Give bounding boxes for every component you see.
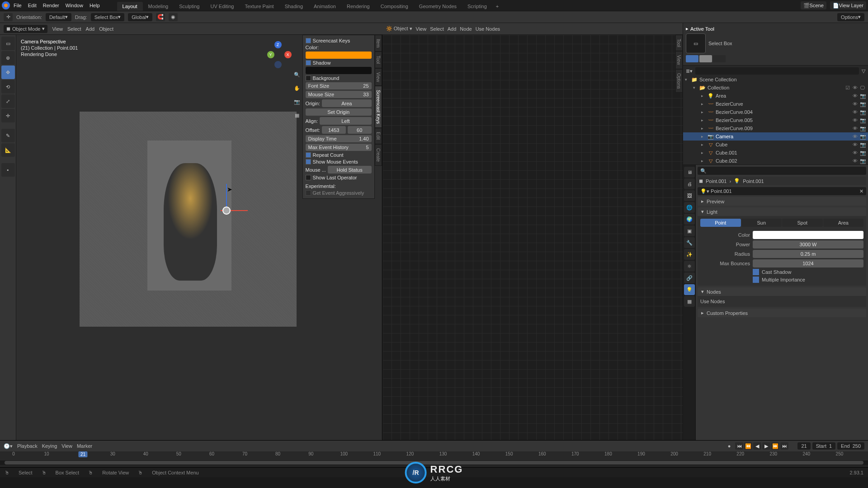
workspace-tab-uv[interactable]: UV Editing <box>205 2 239 11</box>
use-nodes-button[interactable]: Use Nodes <box>700 299 863 304</box>
hide-viewport-icon[interactable]: 👁 <box>853 126 859 131</box>
ptab-output[interactable]: 🖨 <box>684 178 695 189</box>
hide-viewport-icon[interactable]: 👁 <box>853 101 859 107</box>
sk-mouse-size-field[interactable]: Mouse Size33 <box>306 91 372 98</box>
tool-scale[interactable]: ⤢ <box>1 94 15 108</box>
tool-cursor[interactable]: ⊕ <box>1 51 15 65</box>
outliner-item-beziercurve-009[interactable]: ▸〰BezierCurve.009👁📷 <box>683 124 868 132</box>
viewlayer-field[interactable]: 📄 View Layer <box>830 1 866 9</box>
menu-help[interactable]: Help <box>90 3 100 8</box>
light-type-area[interactable]: Area <box>823 219 864 227</box>
disable-render-icon[interactable]: 📷 <box>860 134 866 140</box>
drag-dropdown[interactable]: Select Box ▾ <box>91 13 125 21</box>
workspace-tab-modeling[interactable]: Modeling <box>143 2 174 11</box>
sk-shadow-checkbox[interactable] <box>306 60 311 66</box>
mode-dropdown[interactable]: ◼ Object Mode ▾ <box>4 25 47 33</box>
gizmo-origin[interactable] <box>222 206 231 215</box>
multi-importance-checkbox[interactable] <box>753 277 759 283</box>
collection-hide-icon[interactable]: 👁 <box>853 85 859 91</box>
workspace-tab-layout[interactable]: Layout <box>117 2 143 11</box>
sk-max-event-field[interactable]: Max Event History5 <box>306 144 372 151</box>
node-type-dropdown[interactable]: 🔆 Object ▾ <box>386 26 412 32</box>
outliner-item-cube-002[interactable]: ▸▽Cube.002👁📷 <box>683 157 868 165</box>
jump-end-button[interactable]: ⏭ <box>780 442 788 450</box>
jump-next-key-button[interactable]: ⏩ <box>771 442 779 450</box>
timeline-scrollbar[interactable] <box>0 460 868 465</box>
navigation-gizmo[interactable]: X Y Z <box>264 41 292 68</box>
collection-exclude-icon[interactable]: ☑ <box>845 85 852 91</box>
npanel-tab-view[interactable]: View <box>375 68 382 86</box>
tool-annotate[interactable]: ✎ <box>1 129 15 142</box>
options-dropdown[interactable]: Options ▾ <box>837 13 864 21</box>
workspace-tab-scripting[interactable]: Scripting <box>462 2 492 11</box>
breadcrumb-data[interactable]: Point.001 <box>743 178 764 184</box>
light-color-field[interactable] <box>753 231 863 239</box>
ptab-texture[interactable]: ▦ <box>684 296 695 307</box>
data-id-dropdown[interactable]: 💡▾ Point.001✕ <box>698 187 866 195</box>
node-menu-node[interactable]: Node <box>460 26 472 32</box>
3d-viewport[interactable]: ▭ ⊕ ✥ ⟲ ⤢ ✛ ✎ 📐 ▪ Camera Perspective (21… <box>0 35 382 440</box>
jump-start-button[interactable]: ⏮ <box>735 442 743 450</box>
disable-render-icon[interactable]: 📷 <box>860 93 866 99</box>
nav-z-axis[interactable]: Z <box>274 41 282 48</box>
ptab-modifier[interactable]: 🔧 <box>684 237 695 248</box>
play-reverse-button[interactable]: ◀ <box>753 442 761 450</box>
ptab-viewlayer[interactable]: 🖼 <box>684 190 695 201</box>
workspace-tab-shading[interactable]: Shading <box>279 2 308 11</box>
outliner-item-area[interactable]: ▸💡Area👁📷 <box>683 92 868 100</box>
hide-viewport-icon[interactable]: 👁 <box>853 134 859 140</box>
timeline-playhead[interactable]: 21 <box>79 451 87 457</box>
workspace-tab-texturepaint[interactable]: Texture Paint <box>239 2 279 11</box>
collection-disable-icon[interactable]: 🖵 <box>860 85 866 91</box>
outliner-item-camera[interactable]: ▸📷Camera👁📷 <box>683 132 868 141</box>
disable-render-icon[interactable]: 📷 <box>860 150 866 156</box>
hide-viewport-icon[interactable]: 👁 <box>853 117 859 123</box>
disable-render-icon[interactable]: 📷 <box>860 109 866 115</box>
hide-viewport-icon[interactable]: 👁 <box>853 109 859 115</box>
sk-repeat-count-checkbox[interactable] <box>306 152 311 158</box>
tool-pivot-icon[interactable]: ✛ <box>4 13 13 21</box>
vp-menu-add[interactable]: Add <box>86 26 95 32</box>
npanel-tab-create[interactable]: Create <box>375 144 382 166</box>
ptab-world[interactable]: 🌍 <box>684 214 695 225</box>
ptab-constraint[interactable]: 🔗 <box>684 272 695 283</box>
nav-neg-z-axis[interactable] <box>274 61 282 68</box>
sk-color-field[interactable] <box>306 52 372 59</box>
orientation-dropdown[interactable]: Default ▾ <box>46 13 71 21</box>
menu-edit[interactable]: Edit <box>28 3 37 8</box>
outliner-collection[interactable]: ▾📂Collection ☑👁🖵 <box>683 84 868 92</box>
light-panel-header[interactable]: ▾Light <box>698 207 866 216</box>
tool-rotate[interactable]: ⟲ <box>1 80 15 94</box>
outliner-search-input[interactable] <box>695 67 859 75</box>
sk-set-origin-button[interactable]: Set Origin <box>306 108 372 116</box>
cast-shadow-checkbox[interactable] <box>753 269 759 275</box>
sk-mouse-mode-dropdown[interactable]: Hold Status <box>328 166 372 174</box>
vp-menu-select[interactable]: Select <box>67 26 81 32</box>
light-power-field[interactable]: 3000 W <box>753 240 863 249</box>
tool-move[interactable]: ✥ <box>1 66 15 79</box>
current-frame-field[interactable]: 21 <box>797 442 810 450</box>
light-radius-field[interactable]: 0.25 m <box>753 250 863 258</box>
tool-measure[interactable]: 📐 <box>1 143 15 157</box>
select-mode-new[interactable] <box>686 55 698 62</box>
workspace-tab-geonodes[interactable]: Geometry Nodes <box>414 2 462 11</box>
play-button[interactable]: ▶ <box>762 442 770 450</box>
outliner-item-beziercurve-004[interactable]: ▸〰BezierCurve.004👁📷 <box>683 108 868 116</box>
outliner-item-beziercurve-005[interactable]: ▸〰BezierCurve.005👁📷 <box>683 116 868 124</box>
light-type-point[interactable]: Point <box>700 219 741 227</box>
outliner[interactable]: ≣▾ ▽ ▾📁Scene Collection ▾📂Collection ☑👁🖵… <box>683 66 868 165</box>
camera-view-icon[interactable]: 📷 <box>292 97 302 106</box>
disable-render-icon[interactable]: 📷 <box>860 126 866 131</box>
disable-render-icon[interactable]: 📷 <box>860 142 866 148</box>
node-menu-view[interactable]: View <box>416 26 427 32</box>
light-type-sun[interactable]: Sun <box>741 219 782 227</box>
workspace-add-button[interactable]: + <box>492 2 502 11</box>
sk-align-dropdown[interactable]: Left <box>320 117 371 125</box>
sk-offset-y-field[interactable]: 60 <box>348 126 372 134</box>
hide-viewport-icon[interactable]: 👁 <box>853 150 859 156</box>
sk-show-lastop-checkbox[interactable] <box>306 175 311 180</box>
hide-viewport-icon[interactable]: 👁 <box>853 158 859 164</box>
sk-getevent-checkbox[interactable] <box>306 190 311 196</box>
tool-add-cube[interactable]: ▪ <box>1 163 15 177</box>
vp-menu-view[interactable]: View <box>52 26 63 32</box>
